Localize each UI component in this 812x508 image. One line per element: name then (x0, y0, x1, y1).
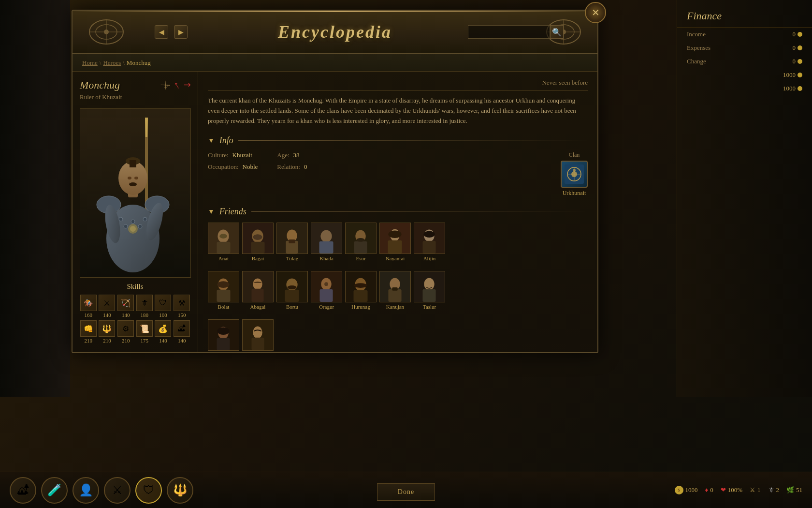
gold-coin-icon: $ (675, 486, 683, 494)
friend-name-bagai: Bagai (252, 255, 264, 261)
friends-section-header[interactable]: ▼ Friends (208, 207, 588, 217)
sword-icon: ⚔ (99, 295, 115, 311)
friend-portrait-abagai (242, 271, 274, 302)
clan-emblem[interactable] (561, 161, 588, 188)
friend-anat[interactable]: Anat (208, 223, 239, 261)
gold-value: 1000 (685, 486, 698, 494)
svg-point-31 (130, 226, 136, 232)
svg-point-18 (128, 177, 131, 179)
relation-label: Relation: (277, 163, 300, 171)
encyclopedia-content: Monchug Ruler of Khuzait ⚔ ↑ ↗ (72, 72, 597, 352)
skills-grid-row2: 👊 210 🔱 210 ⚙ 210 📜 175 💰 140 (80, 320, 190, 344)
friend-achaku[interactable]: Achaku (242, 319, 274, 352)
tactics-icon: 🔱 (99, 320, 115, 337)
scouting-value: 140 (178, 338, 186, 344)
friend-kanujan[interactable]: Kanujan (379, 271, 411, 310)
culture-label: Culture: (208, 151, 229, 159)
svg-rect-44 (251, 242, 264, 254)
friend-portrait-ulman (208, 319, 239, 351)
clan-section: Clan Urkhunait (561, 151, 588, 197)
bottom-icon-character[interactable]: 👤 (72, 477, 99, 504)
done-button[interactable]: Done (377, 483, 435, 501)
gold-dot-change (798, 59, 802, 64)
bottom-icon-kingdom[interactable]: 🔱 (167, 477, 193, 504)
friend-bolat[interactable]: Bolat (208, 271, 239, 310)
age-row: Age: 38 (277, 151, 307, 159)
friend-portrait-bortu (276, 271, 308, 302)
breadcrumb-heroes[interactable]: Heroes (103, 59, 121, 67)
gold-dot-total1 (798, 73, 802, 77)
svg-rect-17 (130, 160, 136, 167)
friend-abagai[interactable]: Abagai (242, 271, 274, 310)
friend-portrait-hurunag (345, 271, 377, 302)
skill-athletics: 👊 210 (80, 320, 97, 344)
friend-esur[interactable]: Esur (345, 223, 377, 261)
athletics-icon: 👊 (80, 320, 97, 337)
friend-tulag[interactable]: Tulag (276, 223, 308, 261)
encyclopedia-title: Encyclopedia (278, 22, 392, 42)
bottom-icon-inventory[interactable]: 🧪 (41, 477, 68, 504)
bottom-icon-party[interactable]: ⚔ (104, 477, 130, 504)
craft-value: 150 (178, 312, 186, 318)
spear-icon: 🗡 (136, 295, 153, 311)
friend-portrait-anat (208, 223, 239, 254)
character-title: Ruler of Khuzait (80, 93, 122, 101)
svg-point-62 (388, 231, 401, 239)
info-col-left: Culture: Khuzait Occupation: Noble (208, 151, 258, 171)
occupation-value: Noble (243, 163, 258, 171)
info-data-cols: Culture: Khuzait Occupation: Noble Age: (208, 151, 551, 171)
svg-point-96 (217, 328, 229, 335)
change-value: 0 (793, 58, 803, 65)
close-button[interactable]: ✕ (585, 2, 606, 23)
forward-button[interactable]: ▶ (174, 25, 188, 39)
friend-hurunag[interactable]: Hurunag (345, 271, 377, 310)
shield-value: 100 (159, 312, 167, 318)
skill-craft: ⚒ 150 (173, 295, 190, 318)
svg-point-26 (138, 224, 142, 228)
friend-taslur[interactable]: Taslur (414, 271, 445, 310)
friend-nayantai[interactable]: Nayantai (379, 223, 411, 261)
breadcrumb-home[interactable]: Home (82, 59, 98, 67)
swords-icon: 🗡 (768, 486, 774, 494)
svg-point-85 (354, 284, 367, 288)
gold-dot-expenses (798, 45, 802, 50)
friend-bortu[interactable]: Bortu (276, 271, 308, 310)
expenses-label: Expenses (687, 44, 710, 52)
friend-portrait-tulag (276, 223, 308, 254)
friend-alijin[interactable]: Alijin (414, 223, 445, 261)
leaves-icon: 🌿 (786, 486, 794, 494)
sword-value: 140 (103, 312, 111, 318)
friend-ulman[interactable]: Ulman (208, 319, 239, 352)
friend-name-khada: Khada (319, 255, 334, 261)
search-button[interactable]: 🔍 (550, 25, 564, 39)
svg-rect-52 (319, 241, 333, 254)
bottom-bar: 🏕 🧪 👤 ⚔ 🛡 🔱 Done $ 1000 ♦ 0 ❤ 100% ⚔ 1 🗡… (0, 472, 812, 508)
skills-grid-row1: 🏇 160 ⚔ 140 🏹 140 🗡 180 🛡 100 (80, 295, 190, 318)
occupation-label: Occupation: (208, 163, 239, 171)
age-label: Age: (277, 151, 289, 159)
info-section-title: Info (219, 135, 233, 146)
friend-name-anat: Anat (218, 255, 229, 261)
search-input[interactable] (468, 25, 550, 39)
info-section-header[interactable]: ▼ Info (208, 135, 588, 146)
back-button[interactable]: ◀ (155, 25, 168, 39)
age-value: 38 (293, 151, 300, 159)
friend-bagai[interactable]: Bagai (242, 223, 274, 261)
bottom-icon-camp[interactable]: 🏕 (10, 477, 36, 504)
friends-collapse-arrow: ▼ (208, 208, 215, 216)
svg-point-70 (217, 282, 229, 288)
bottom-icon-clan[interactable]: 🛡 (135, 477, 162, 504)
friend-portrait-achaku (242, 319, 274, 351)
svg-rect-89 (392, 287, 398, 291)
friend-oragur[interactable]: Oragur (311, 271, 342, 310)
troops-value: 1 (757, 486, 761, 494)
svg-rect-49 (289, 239, 295, 243)
svg-point-27 (143, 217, 147, 221)
troops-stat: ⚔ 1 (750, 486, 761, 494)
friend-khada[interactable]: Khada (311, 223, 342, 261)
character-panel: Monchug Ruler of Khuzait ⚔ ↑ ↗ (72, 72, 198, 352)
troops-icon: ⚔ (750, 486, 755, 494)
total1-amount: 1000 (783, 71, 802, 79)
encyclopedia-header: ◀ ▶ Encyclopedia (72, 11, 597, 54)
gold-stat: $ 1000 (675, 486, 698, 494)
